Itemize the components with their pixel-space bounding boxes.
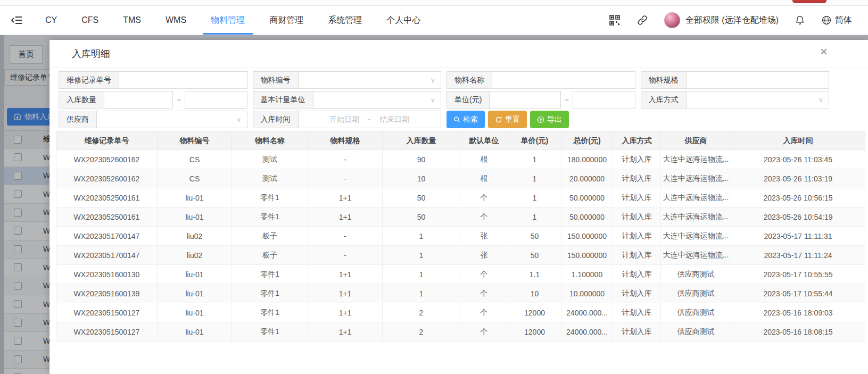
table-cell: 1 xyxy=(508,169,561,188)
table-cell: 个 xyxy=(460,303,508,322)
export-icon xyxy=(537,116,544,123)
inbound-time-picker[interactable]: 开始日期 ~ 结束日期 xyxy=(299,111,441,128)
column-header: 入库数量 xyxy=(383,132,460,150)
page: 首页 维修记录单号 物料入库 维 WWWWWWWWWWWWW 入库明细 × xyxy=(0,35,868,374)
table-cell: - xyxy=(308,169,383,188)
qr-code-icon[interactable] xyxy=(609,14,621,26)
table-cell: liu-01 xyxy=(158,284,232,303)
repair-no-input[interactable] xyxy=(119,72,247,88)
table-cell: WX2023052500161 xyxy=(56,188,158,207)
table-row[interactable]: WX2023051700147liu02板子-1张50150.000000计划入… xyxy=(56,227,865,246)
user-menu[interactable]: 全部权限 (远洋仓配堆场) xyxy=(664,12,779,28)
column-header: 入库时间 xyxy=(731,132,865,150)
table-wrap: 维修记录单号物料编号物料名称物料规格入库数量默认单位单价(元)总价(元)入库方式… xyxy=(56,131,865,342)
unit-price-min-input[interactable] xyxy=(490,92,560,108)
range-separator: ~ xyxy=(561,96,573,104)
table-cell: 2023-05-26 11:03:45 xyxy=(731,150,865,169)
table-row[interactable]: WX2023051600130liu-01零件11+11个1.11.100000… xyxy=(56,265,865,284)
menu-fold-icon xyxy=(11,14,23,27)
table-row[interactable]: WX2023051600139liu-01零件11+11个1010.000000… xyxy=(56,284,865,303)
browser-strip xyxy=(0,0,868,6)
table-cell: 张 xyxy=(460,246,508,265)
table-cell: 2 xyxy=(383,303,460,322)
table-cell: WX2023051500127 xyxy=(56,303,158,322)
table-cell: 2023-05-26 10:56:15 xyxy=(731,188,865,207)
range-separator: ~ xyxy=(367,115,371,124)
table-cell: 1+1 xyxy=(308,303,383,322)
export-button[interactable]: 导出 xyxy=(530,111,569,128)
material-spec-label: 物料规格 xyxy=(641,72,687,88)
search-button[interactable]: 检索 xyxy=(447,111,485,128)
table-cell: 1 xyxy=(508,188,561,207)
table-cell: 测试 xyxy=(232,150,308,169)
range-separator: ~ xyxy=(173,96,185,104)
table-row[interactable]: WX2023052500161liu-01零件11+150个150.000000… xyxy=(56,207,865,227)
table-cell: 24000.000... xyxy=(561,322,613,342)
base-unit-select[interactable]: ∨ xyxy=(313,92,441,108)
table-row[interactable]: WX2023052600162CS测试-10根120.000000计划入库大连中… xyxy=(56,169,865,188)
table-cell: 1 xyxy=(383,265,460,284)
table-cell: 计划入库 xyxy=(613,169,661,188)
table-cell: 大连中远海运物流... xyxy=(661,246,731,265)
modal-header: 入库明细 × xyxy=(49,40,868,68)
inbound-type-select[interactable]: ∨ xyxy=(687,92,829,108)
table-cell: 12000 xyxy=(508,322,561,342)
table-row[interactable]: WX2023052600162CS测试-90根1180.000000计划入库大连… xyxy=(56,150,865,169)
table-cell: 10.000000 xyxy=(561,284,613,303)
table-cell: 板子 xyxy=(232,227,308,246)
table-cell: 个 xyxy=(460,188,508,207)
date-start-placeholder: 开始日期 xyxy=(329,115,359,124)
nav-item-3[interactable]: TMS xyxy=(111,6,153,35)
table-cell: 1+1 xyxy=(308,265,383,284)
nav-item-8[interactable]: 个人中心 xyxy=(374,6,433,35)
inbound-time-label: 入库时间 xyxy=(253,111,299,128)
inbound-qty-max-input[interactable] xyxy=(185,91,247,109)
language-switch[interactable]: 简体 xyxy=(821,15,852,26)
table-cell: 2023-05-16 18:08:15 xyxy=(731,322,865,342)
inbound-qty-min-input[interactable] xyxy=(104,92,172,108)
table-cell: 计划入库 xyxy=(613,265,661,284)
unit-price-max-input[interactable] xyxy=(573,91,635,109)
table-cell: 20.000000 xyxy=(561,169,613,188)
modal-title: 入库明细 xyxy=(72,47,110,60)
table-cell: - xyxy=(308,246,383,265)
table-row[interactable]: WX2023051500127liu-01零件11+12个1200024000.… xyxy=(56,322,865,342)
material-code-select[interactable]: ∨ xyxy=(299,72,441,88)
table-row[interactable]: WX2023051500127liu-01零件11+12个1200024000.… xyxy=(56,303,865,322)
table-cell: 150.000000 xyxy=(561,246,613,265)
search-icon xyxy=(453,116,460,123)
nav-item-2[interactable]: CFS xyxy=(69,6,111,35)
material-spec-input[interactable] xyxy=(687,72,829,88)
table-cell: WX2023051600130 xyxy=(56,265,158,284)
reset-button[interactable]: 重置 xyxy=(488,111,527,128)
close-icon[interactable]: × xyxy=(820,45,828,58)
material-name-input[interactable] xyxy=(492,72,635,88)
language-label: 简体 xyxy=(835,15,852,26)
table-cell: 张 xyxy=(460,227,508,246)
table-cell: 1+1 xyxy=(308,284,383,303)
table-cell: - xyxy=(308,227,383,246)
user-name: 全部权限 (远洋仓配堆场) xyxy=(685,15,779,26)
column-header: 入库方式 xyxy=(613,132,661,150)
filter-row-1: 维修记录单号 物料编号 ∨ 物料名称 物料规格 xyxy=(59,71,829,89)
nav-item-1[interactable]: CY xyxy=(33,6,69,35)
filter-form: 维修记录单号 物料编号 ∨ 物料名称 物料规格 xyxy=(49,68,868,128)
nav-item-7[interactable]: 系统管理 xyxy=(316,6,374,35)
nav-item-5[interactable]: 物料管理 xyxy=(199,6,257,35)
table-cell: liu02 xyxy=(158,246,232,265)
table-cell: 供应商测试 xyxy=(661,284,731,303)
supplier-select[interactable]: ∨ xyxy=(97,111,247,128)
avatar xyxy=(664,12,680,28)
menu-fold-button[interactable] xyxy=(0,6,33,35)
table-row[interactable]: WX2023051700147liu02板子-1张50150.000000计划入… xyxy=(56,246,865,265)
nav-item-4[interactable]: WMS xyxy=(153,6,199,35)
table-row[interactable]: WX2023052500161liu-01零件11+150个150.000000… xyxy=(56,188,865,207)
nav-item-6[interactable]: 商财管理 xyxy=(257,6,316,35)
table-cell: WX2023051600139 xyxy=(56,284,158,303)
bell-icon[interactable] xyxy=(795,14,805,26)
link-icon[interactable] xyxy=(636,14,648,26)
table-cell: liu-01 xyxy=(158,265,232,284)
table-cell: WX2023052600162 xyxy=(56,150,158,169)
column-header: 维修记录单号 xyxy=(56,132,158,150)
table-cell: 供应商测试 xyxy=(661,265,731,284)
